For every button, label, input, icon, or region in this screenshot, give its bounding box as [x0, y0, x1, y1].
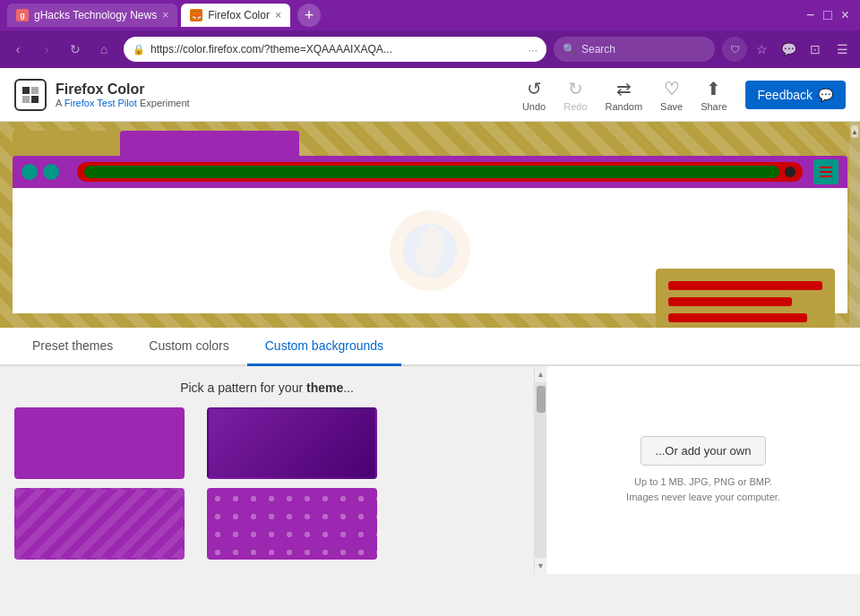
address-text[interactable]: https://color.firefox.com/?theme=XQAAAAI…: [150, 43, 522, 56]
save-icon: ♡: [664, 78, 680, 99]
address-bar[interactable]: 🔒 https://color.firefox.com/?theme=XQAAA…: [124, 37, 546, 62]
dropdown-line-1: [668, 281, 822, 290]
app-header: Firefox Color A Firefox Test Pilot Exper…: [0, 68, 860, 122]
undo-icon: ↺: [527, 78, 542, 99]
search-placeholder: Search: [581, 43, 615, 56]
reader-icon: ···: [528, 43, 538, 56]
toolbar-icons: 🛡 ☆ 💬 ⊡ ☰: [722, 37, 855, 62]
pattern-gradient[interactable]: [207, 407, 377, 479]
feedback-button[interactable]: Feedback 💬: [745, 81, 846, 109]
patterns-grid: [14, 407, 391, 560]
preview-circle-1: [22, 164, 38, 180]
main-content: Pick a pattern for your theme... ▲ ▼ ...…: [0, 366, 860, 574]
svg-rect-2: [22, 96, 30, 103]
pattern-dots[interactable]: [207, 488, 377, 560]
forward-button[interactable]: ›: [34, 37, 59, 62]
svg-rect-3: [31, 96, 39, 103]
scroll-thumb: [537, 386, 546, 413]
share-button[interactable]: ⬆ Share: [701, 78, 727, 112]
tab1-favicon: g: [16, 9, 29, 21]
feedback-label: Feedback: [758, 88, 813, 102]
dropdown-line-3: [668, 313, 807, 322]
menu-icon[interactable]: ☰: [830, 37, 855, 62]
upload-hint-line1: Up to 1 MB. JPG, PNG or BMP.: [634, 476, 772, 487]
header-actions: ↺ Undo ↻ Redo ⇄ Random ♡ Save ⬆ Share Fe…: [522, 78, 846, 112]
logo-icon: [14, 79, 47, 111]
tab-custom-backgrounds[interactable]: Custom backgrounds: [247, 328, 401, 366]
patterns-container: Pick a pattern for your theme... ▲ ▼: [0, 366, 546, 574]
undo-label: Undo: [522, 101, 546, 112]
pilot-link[interactable]: Firefox Test Pilot: [64, 98, 137, 108]
upload-section: ...Or add your own Up to 1 MB. JPG, PNG …: [546, 366, 860, 574]
bookmark-star-icon[interactable]: ☆: [749, 37, 774, 62]
preview-menu-line-2: [820, 171, 832, 173]
app-logo: Firefox Color A Firefox Test Pilot Exper…: [14, 79, 190, 111]
share-label: Share: [701, 101, 727, 112]
preview-circles: [22, 164, 59, 180]
redo-icon: ↻: [568, 78, 583, 99]
preview-menu-icon: [813, 159, 838, 184]
address-icons: ···: [528, 43, 538, 56]
app-title: Firefox Color: [56, 81, 190, 98]
close-button[interactable]: ×: [841, 7, 849, 23]
upload-button[interactable]: ...Or add your own: [641, 436, 767, 466]
app-subtitle: A Firefox Test Pilot Experiment: [56, 98, 190, 108]
tab1-close[interactable]: ×: [162, 9, 168, 21]
patterns-title: Pick a pattern for your theme...: [14, 381, 520, 395]
pattern-solid[interactable]: [14, 407, 185, 479]
feedback-icon: 💬: [818, 88, 833, 102]
tab-custom-colors[interactable]: Custom colors: [131, 328, 246, 366]
patterns-section: Pick a pattern for your theme...: [0, 366, 534, 574]
chat-icon[interactable]: 💬: [776, 37, 801, 62]
redo-label: Redo: [563, 101, 587, 112]
random-button[interactable]: ⇄ Random: [606, 78, 643, 112]
dropdown-line-2: [668, 297, 792, 306]
patterns-scrollbar[interactable]: ▲ ▼: [534, 366, 546, 574]
lock-icon: 🔒: [133, 44, 145, 56]
preview-inner: tab: [0, 122, 860, 313]
svg-rect-1: [31, 87, 39, 94]
refresh-button[interactable]: ↻: [63, 37, 88, 62]
tab2-label: Firefox Color: [208, 9, 270, 21]
pattern-diagonal[interactable]: [14, 488, 185, 560]
ublock-icon[interactable]: 🛡: [722, 37, 747, 62]
tab2-close[interactable]: ×: [275, 9, 281, 21]
random-icon: ⇄: [616, 78, 632, 99]
preview-area: tab: [0, 122, 860, 328]
preview-page: [13, 188, 847, 313]
preview-circle-2: [43, 164, 59, 180]
preview-dropdown: [656, 269, 835, 328]
browser-tab-2[interactable]: 🦊 Firefox Color ×: [181, 4, 290, 27]
share-icon: ⬆: [706, 78, 721, 99]
svg-rect-0: [22, 87, 30, 94]
upload-hint: Up to 1 MB. JPG, PNG or BMP. Images neve…: [626, 475, 780, 504]
tab1-label: gHacks Technology News: [34, 9, 157, 21]
nav-bar: ‹ › ↻ ⌂ 🔒 https://color.firefox.com/?the…: [0, 30, 860, 68]
back-button[interactable]: ‹: [5, 37, 30, 62]
preview-menu-line-1: [820, 167, 832, 168]
home-button[interactable]: ⌂: [91, 37, 116, 62]
sync-icon[interactable]: ⊡: [803, 37, 828, 62]
redo-button[interactable]: ↻ Redo: [563, 78, 587, 112]
preview-urlbar-dot: [785, 167, 796, 177]
search-bar[interactable]: 🔍 Search: [554, 37, 715, 62]
preview-tab-inactive: tab: [13, 131, 120, 156]
tab2-favicon: 🦊: [190, 9, 202, 21]
scroll-up-arrow[interactable]: ▲: [537, 366, 545, 382]
maximize-button[interactable]: □: [823, 7, 832, 23]
save-button[interactable]: ♡ Save: [660, 78, 683, 112]
window-controls: − □ ×: [806, 7, 853, 23]
undo-button[interactable]: ↺ Undo: [522, 78, 546, 112]
browser-tab-1[interactable]: g gHacks Technology News ×: [7, 4, 177, 27]
upload-button-label: ...Or add your own: [656, 444, 752, 458]
upload-hint-line2: Images never leave your computer.: [626, 492, 780, 502]
scroll-down-arrow[interactable]: ▼: [537, 558, 545, 574]
minimize-button[interactable]: −: [806, 7, 814, 23]
preview-tabs: tab: [13, 131, 847, 156]
tab-preset-themes[interactable]: Preset themes: [14, 328, 131, 366]
preview-urlbar-inner: [84, 166, 779, 178]
new-tab-button[interactable]: +: [297, 4, 321, 27]
search-icon: 🔍: [563, 43, 576, 56]
save-label: Save: [660, 101, 683, 112]
preview-menu-line-3: [820, 175, 832, 177]
